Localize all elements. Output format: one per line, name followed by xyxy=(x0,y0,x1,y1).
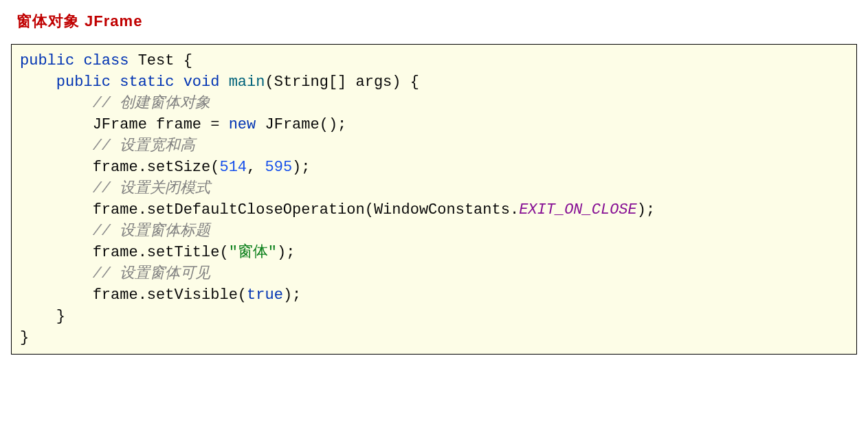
comment-text: 创建窗体对象 xyxy=(120,95,210,112)
brace: { xyxy=(183,52,192,69)
keyword-void: void xyxy=(183,74,220,91)
code-text: frame.setTitle( xyxy=(93,244,229,261)
code-text: JFrame(); xyxy=(256,116,346,133)
brace: } xyxy=(56,308,65,325)
code-text: JFrame frame = xyxy=(93,116,229,133)
comment-text: 设置宽和高 xyxy=(120,137,195,155)
code-text: , xyxy=(247,159,265,176)
code-text xyxy=(174,52,183,69)
comment-text: 设置窗体可见 xyxy=(120,265,210,282)
comment-text: 设置窗体标题 xyxy=(120,223,210,240)
keyword-class: class xyxy=(83,52,129,69)
code-text: ); xyxy=(277,244,295,261)
number-literal: 514 xyxy=(219,159,247,176)
keyword-public: public xyxy=(56,74,111,91)
comment-slashes: // xyxy=(93,137,120,155)
comment-slashes: // xyxy=(93,95,120,112)
code-text xyxy=(219,74,228,91)
keyword-true: true xyxy=(247,287,283,304)
comment-slashes: // xyxy=(93,223,120,240)
class-name: Test xyxy=(138,52,175,69)
number-literal: 595 xyxy=(265,159,292,176)
keyword-static: static xyxy=(120,74,174,91)
comment-text: 设置关闭模式 xyxy=(120,180,210,197)
string-literal: "窗体" xyxy=(229,244,277,261)
keyword-new: new xyxy=(229,116,256,133)
keyword-public: public xyxy=(20,52,74,69)
method-name-main: main xyxy=(229,74,265,91)
code-text: ); xyxy=(283,287,301,304)
code-text xyxy=(74,52,83,69)
code-text xyxy=(129,52,137,69)
code-text: ); xyxy=(637,201,655,218)
brace: } xyxy=(20,329,29,346)
comment-slashes: // xyxy=(93,180,120,197)
section-heading: 窗体对象 JFrame xyxy=(16,11,857,32)
code-text xyxy=(111,74,120,91)
code-text: ); xyxy=(292,159,310,176)
code-text xyxy=(174,74,183,91)
constant: EXIT_ON_CLOSE xyxy=(519,201,637,218)
comment-slashes: // xyxy=(93,265,120,282)
code-text: frame.setVisible( xyxy=(93,287,247,304)
code-text: frame.setDefaultCloseOperation(WindowCon… xyxy=(93,201,520,218)
method-args: (String[] args) { xyxy=(265,74,419,91)
code-text: frame.setSize( xyxy=(93,159,220,176)
code-block: public class Test { public static void m… xyxy=(11,44,857,355)
